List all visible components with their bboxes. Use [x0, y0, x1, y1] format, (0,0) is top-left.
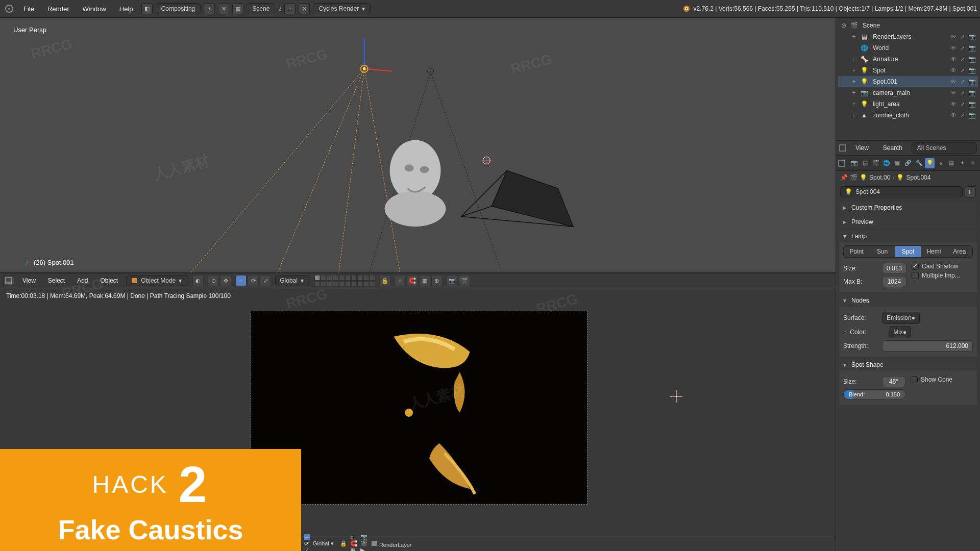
- translate-manipulator-icon[interactable]: ↔: [304, 534, 310, 540]
- proportional-edit-icon[interactable]: ○: [395, 275, 406, 286]
- lamp-maxb-field[interactable]: 1024: [882, 276, 906, 287]
- breadcrumb-data[interactable]: Spot.004: [906, 174, 930, 181]
- lamp-type-area[interactable]: Area: [947, 246, 972, 257]
- snap-target-icon[interactable]: ▦: [350, 547, 357, 552]
- mode-dropdown[interactable]: Object Mode ▾: [126, 275, 188, 286]
- menu-window[interactable]: Window: [78, 3, 111, 15]
- spot-blend-slider[interactable]: Blend:0.150: [843, 389, 905, 399]
- restrict-render-icon[interactable]: 📷: [968, 44, 976, 52]
- pin-icon[interactable]: 📌: [840, 174, 848, 181]
- snap-icon[interactable]: 🧲: [407, 275, 418, 286]
- render-image-icon[interactable]: 📷: [360, 534, 368, 540]
- outliner-scene-root[interactable]: ⊖ 🎬 Scene: [838, 20, 978, 31]
- menu-render[interactable]: Render: [42, 3, 75, 15]
- outliner-item-camera-main[interactable]: +📷camera_main👁➚📷: [838, 87, 978, 98]
- pivot-point-icon[interactable]: ⊙: [208, 275, 219, 286]
- scene-remove-button[interactable]: ✕: [299, 3, 310, 14]
- layout-dropdown[interactable]: Compositing: [156, 3, 201, 14]
- render-anim-icon[interactable]: 🎬: [360, 540, 368, 547]
- translate-manipulator-icon[interactable]: ↔: [235, 275, 247, 286]
- lock-camera-icon[interactable]: 🔒: [379, 275, 390, 286]
- outliner-item-spot[interactable]: +💡Spot👁➚📷: [838, 65, 978, 76]
- 3d-viewport[interactable]: User Persp (26) Spot.001: [0, 18, 836, 273]
- restrict-select-icon[interactable]: ➚: [959, 66, 967, 74]
- render-anim-icon[interactable]: 🎬: [459, 275, 470, 286]
- expand-icon[interactable]: +: [850, 56, 857, 63]
- snap-target-icon[interactable]: ⊕: [431, 275, 443, 286]
- outliner-editor-icon[interactable]: [839, 144, 846, 152]
- restrict-render-icon[interactable]: 📷: [968, 89, 976, 97]
- breadcrumb-obj[interactable]: Spot.00: [869, 174, 890, 181]
- outliner-item-world[interactable]: 🌐World👁➚📷: [838, 42, 978, 54]
- vp-menu-select[interactable]: Select: [44, 276, 69, 286]
- manipulator-toggle-icon[interactable]: ✥: [220, 275, 231, 286]
- scene-browse-icon[interactable]: ▦: [232, 3, 243, 14]
- expand-icon[interactable]: +: [850, 33, 857, 40]
- restrict-view-icon[interactable]: 👁: [949, 78, 958, 86]
- shading-mode-selector[interactable]: ◐: [192, 275, 204, 286]
- outliner-view-menu[interactable]: View: [850, 142, 874, 154]
- expand-icon[interactable]: +: [850, 78, 857, 85]
- menu-help[interactable]: Help: [114, 3, 138, 15]
- restrict-view-icon[interactable]: 👁: [949, 111, 958, 119]
- orientation-dropdown[interactable]: Global ▾: [275, 275, 310, 286]
- restrict-view-icon[interactable]: 👁: [949, 66, 958, 74]
- outliner-item-light-area[interactable]: +💡light_area👁➚📷: [838, 98, 978, 110]
- snap-icon[interactable]: ○: [350, 534, 357, 540]
- panel-lamp[interactable]: ▾Lamp: [839, 230, 977, 242]
- restrict-view-icon[interactable]: 👁: [949, 33, 958, 41]
- panel-nodes[interactable]: ▾Nodes: [839, 294, 977, 307]
- expand-icon[interactable]: +: [850, 101, 857, 108]
- outliner-item-renderlayers[interactable]: +▤RenderLayers👁➚📷: [838, 31, 978, 42]
- opengl-render-icon[interactable]: ▶: [360, 547, 368, 551]
- surface-dropdown[interactable]: Emission●: [882, 312, 920, 324]
- restrict-render-icon[interactable]: 📷: [968, 33, 976, 41]
- vp-menu-view[interactable]: View: [18, 276, 40, 286]
- restrict-select-icon[interactable]: ➚: [959, 44, 967, 52]
- render-layer-dropdown[interactable]: RenderLayer: [371, 540, 412, 548]
- restrict-select-icon[interactable]: ➚: [959, 33, 967, 41]
- restrict-render-icon[interactable]: 📷: [968, 100, 976, 108]
- panel-spot-shape[interactable]: ▾Spot Shape: [839, 359, 977, 371]
- tab-world[interactable]: 🌐: [882, 158, 892, 168]
- editor-type-selector[interactable]: [3, 275, 14, 286]
- scene-link-icon[interactable]: 🎬: [850, 174, 857, 181]
- expand-icon[interactable]: ⊖: [840, 22, 847, 29]
- tab-render[interactable]: 📷: [849, 158, 859, 168]
- restrict-select-icon[interactable]: ➚: [959, 78, 967, 86]
- scene-dropdown[interactable]: Scene: [247, 3, 275, 14]
- tab-modifiers[interactable]: 🔧: [914, 158, 924, 168]
- restrict-view-icon[interactable]: 👁: [949, 55, 958, 63]
- color-dropdown[interactable]: Mix●: [889, 326, 911, 338]
- lamp-size-field[interactable]: 0.013: [882, 263, 906, 274]
- expand-icon[interactable]: +: [850, 112, 857, 119]
- tab-texture[interactable]: ▦: [947, 158, 957, 168]
- cast-shadow-checkbox[interactable]: [912, 263, 919, 270]
- lamp-type-point[interactable]: Point: [844, 246, 869, 257]
- restrict-render-icon[interactable]: 📷: [968, 66, 976, 74]
- restrict-select-icon[interactable]: ➚: [959, 89, 967, 97]
- snap-element-icon[interactable]: 🧲: [350, 540, 357, 547]
- snap-element-icon[interactable]: ▦: [419, 275, 430, 286]
- restrict-select-icon[interactable]: ➚: [959, 55, 967, 63]
- outliner-item-spot-001[interactable]: +💡Spot.001👁➚📷: [838, 76, 978, 87]
- scale-manipulator-icon[interactable]: ⤢: [304, 547, 310, 552]
- strength-field[interactable]: 612.000: [882, 340, 973, 352]
- datablock-field[interactable]: 💡 Spot.004: [840, 186, 963, 197]
- restrict-render-icon[interactable]: 📷: [968, 111, 976, 119]
- restrict-view-icon[interactable]: 👁: [949, 44, 958, 52]
- tab-object[interactable]: ▣: [893, 158, 902, 168]
- rotate-manipulator-icon[interactable]: ⟳: [248, 275, 259, 286]
- lamp-type-spot[interactable]: Spot: [895, 246, 921, 257]
- restrict-render-icon[interactable]: 📷: [968, 78, 976, 86]
- restrict-select-icon[interactable]: ➚: [959, 111, 967, 119]
- render-image-icon[interactable]: 📷: [447, 275, 458, 286]
- scale-manipulator-icon[interactable]: ⤢: [260, 275, 271, 286]
- spot-size-field[interactable]: 45°: [882, 376, 905, 387]
- restrict-view-icon[interactable]: 👁: [949, 89, 958, 97]
- outliner-item-zombie-cloth[interactable]: +▲zombie_cloth👁➚📷: [838, 110, 978, 121]
- restrict-select-icon[interactable]: ➚: [959, 100, 967, 108]
- tab-material[interactable]: ●: [936, 158, 945, 168]
- tab-data-lamp[interactable]: 💡: [925, 158, 935, 168]
- menu-file[interactable]: File: [18, 3, 39, 15]
